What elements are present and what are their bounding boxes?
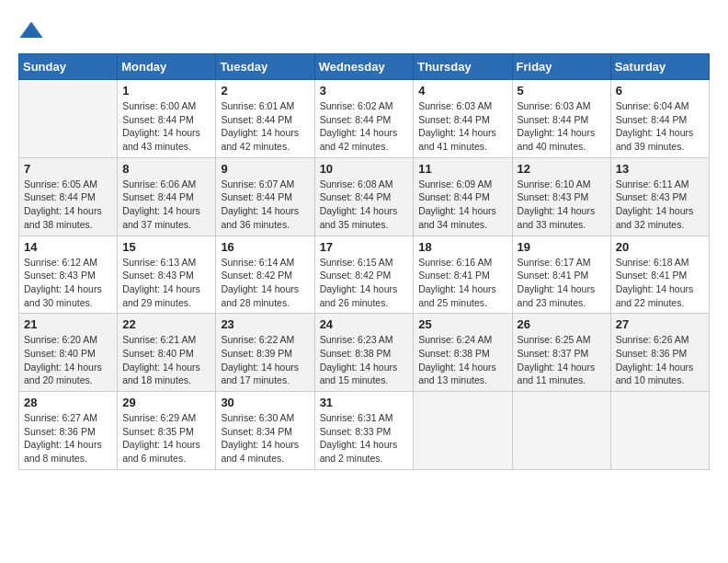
day-header-monday: Monday	[118, 54, 216, 80]
calendar-cell: 5Sunrise: 6:03 AM Sunset: 8:44 PM Daylig…	[512, 80, 610, 158]
calendar-cell: 16Sunrise: 6:14 AM Sunset: 8:42 PM Dayli…	[216, 236, 314, 314]
day-header-friday: Friday	[512, 54, 610, 80]
calendar-cell: 26Sunrise: 6:25 AM Sunset: 8:37 PM Dayli…	[512, 314, 610, 392]
calendar-cell: 1Sunrise: 6:00 AM Sunset: 8:44 PM Daylig…	[118, 80, 216, 158]
day-number: 27	[616, 317, 704, 331]
calendar-cell: 15Sunrise: 6:13 AM Sunset: 8:43 PM Dayli…	[118, 236, 216, 314]
day-number: 26	[518, 317, 606, 331]
day-number: 22	[122, 317, 210, 331]
calendar-table: SundayMondayTuesdayWednesdayThursdayFrid…	[18, 53, 710, 470]
calendar-cell: 17Sunrise: 6:15 AM Sunset: 8:42 PM Dayli…	[314, 236, 414, 314]
day-info: Sunrise: 6:16 AM Sunset: 8:41 PM Dayligh…	[418, 256, 506, 310]
calendar-cell	[610, 392, 709, 470]
calendar-cell: 28Sunrise: 6:27 AM Sunset: 8:36 PM Dayli…	[19, 392, 118, 470]
calendar-cell: 12Sunrise: 6:10 AM Sunset: 8:43 PM Dayli…	[512, 157, 610, 236]
day-number: 12	[518, 162, 606, 176]
day-number: 15	[122, 240, 210, 254]
calendar-cell	[19, 80, 118, 158]
calendar-cell	[512, 392, 610, 470]
day-info: Sunrise: 6:02 AM Sunset: 8:44 PM Dayligh…	[320, 99, 409, 154]
day-number: 14	[24, 240, 112, 254]
calendar-cell: 13Sunrise: 6:11 AM Sunset: 8:43 PM Dayli…	[610, 157, 709, 236]
day-number: 30	[221, 396, 309, 409]
day-info: Sunrise: 6:07 AM Sunset: 8:44 PM Dayligh…	[221, 178, 309, 232]
day-number: 6	[616, 84, 704, 98]
day-info: Sunrise: 6:27 AM Sunset: 8:36 PM Dayligh…	[24, 411, 112, 465]
day-info: Sunrise: 6:14 AM Sunset: 8:42 PM Dayligh…	[221, 256, 309, 310]
calendar-cell: 27Sunrise: 6:26 AM Sunset: 8:36 PM Dayli…	[610, 314, 709, 392]
day-info: Sunrise: 6:18 AM Sunset: 8:41 PM Dayligh…	[616, 256, 704, 310]
day-info: Sunrise: 6:26 AM Sunset: 8:36 PM Dayligh…	[616, 333, 704, 387]
calendar-cell: 3Sunrise: 6:02 AM Sunset: 8:44 PM Daylig…	[314, 80, 414, 158]
day-header-wednesday: Wednesday	[314, 54, 414, 80]
day-number: 21	[24, 317, 112, 331]
day-number: 20	[616, 240, 704, 254]
day-number: 25	[418, 317, 506, 331]
day-number: 9	[221, 162, 309, 176]
calendar-cell: 2Sunrise: 6:01 AM Sunset: 8:44 PM Daylig…	[216, 80, 314, 158]
day-number: 5	[518, 84, 606, 98]
calendar-cell: 20Sunrise: 6:18 AM Sunset: 8:41 PM Dayli…	[610, 236, 709, 314]
calendar-cell: 10Sunrise: 6:08 AM Sunset: 8:44 PM Dayli…	[314, 157, 414, 236]
day-info: Sunrise: 6:22 AM Sunset: 8:39 PM Dayligh…	[221, 333, 309, 387]
calendar-header	[18, 18, 710, 44]
day-number: 2	[221, 84, 309, 98]
day-info: Sunrise: 6:00 AM Sunset: 8:44 PM Dayligh…	[122, 99, 210, 154]
day-number: 4	[418, 84, 506, 98]
day-number: 3	[320, 84, 409, 98]
day-number: 31	[320, 396, 409, 409]
calendar-cell: 21Sunrise: 6:20 AM Sunset: 8:40 PM Dayli…	[19, 314, 118, 392]
day-info: Sunrise: 6:20 AM Sunset: 8:40 PM Dayligh…	[24, 333, 112, 387]
calendar-cell: 23Sunrise: 6:22 AM Sunset: 8:39 PM Dayli…	[216, 314, 314, 392]
day-number: 19	[518, 240, 606, 254]
day-info: Sunrise: 6:31 AM Sunset: 8:33 PM Dayligh…	[320, 411, 409, 465]
calendar-cell: 4Sunrise: 6:03 AM Sunset: 8:44 PM Daylig…	[414, 80, 512, 158]
logo-icon	[18, 18, 44, 44]
day-number: 7	[24, 162, 112, 176]
day-info: Sunrise: 6:15 AM Sunset: 8:42 PM Dayligh…	[320, 256, 409, 310]
calendar-cell: 24Sunrise: 6:23 AM Sunset: 8:38 PM Dayli…	[314, 314, 414, 392]
calendar-cell: 25Sunrise: 6:24 AM Sunset: 8:38 PM Dayli…	[414, 314, 512, 392]
calendar-cell: 19Sunrise: 6:17 AM Sunset: 8:41 PM Dayli…	[512, 236, 610, 314]
day-header-saturday: Saturday	[610, 54, 709, 80]
day-info: Sunrise: 6:04 AM Sunset: 8:44 PM Dayligh…	[616, 99, 704, 154]
calendar-cell: 6Sunrise: 6:04 AM Sunset: 8:44 PM Daylig…	[610, 80, 709, 158]
day-number: 11	[418, 162, 506, 176]
day-info: Sunrise: 6:24 AM Sunset: 8:38 PM Dayligh…	[418, 333, 506, 387]
day-info: Sunrise: 6:01 AM Sunset: 8:44 PM Dayligh…	[221, 99, 309, 154]
day-header-tuesday: Tuesday	[216, 54, 314, 80]
calendar-cell: 30Sunrise: 6:30 AM Sunset: 8:34 PM Dayli…	[216, 392, 314, 470]
calendar-cell: 22Sunrise: 6:21 AM Sunset: 8:40 PM Dayli…	[118, 314, 216, 392]
calendar-cell: 18Sunrise: 6:16 AM Sunset: 8:41 PM Dayli…	[414, 236, 512, 314]
day-number: 16	[221, 240, 309, 254]
calendar-cell: 7Sunrise: 6:05 AM Sunset: 8:44 PM Daylig…	[19, 157, 118, 236]
day-number: 23	[221, 317, 309, 331]
day-info: Sunrise: 6:05 AM Sunset: 8:44 PM Dayligh…	[24, 178, 112, 232]
day-number: 8	[122, 162, 210, 176]
day-header-thursday: Thursday	[414, 54, 512, 80]
logo	[18, 18, 48, 44]
calendar-cell: 29Sunrise: 6:29 AM Sunset: 8:35 PM Dayli…	[118, 392, 216, 470]
day-number: 24	[320, 317, 409, 331]
day-info: Sunrise: 6:12 AM Sunset: 8:43 PM Dayligh…	[24, 256, 112, 310]
day-info: Sunrise: 6:13 AM Sunset: 8:43 PM Dayligh…	[122, 256, 210, 310]
day-number: 18	[418, 240, 506, 254]
day-info: Sunrise: 6:29 AM Sunset: 8:35 PM Dayligh…	[122, 411, 210, 465]
day-number: 1	[122, 84, 210, 98]
calendar-header-row: SundayMondayTuesdayWednesdayThursdayFrid…	[19, 54, 710, 80]
day-info: Sunrise: 6:09 AM Sunset: 8:44 PM Dayligh…	[418, 178, 506, 232]
day-info: Sunrise: 6:17 AM Sunset: 8:41 PM Dayligh…	[518, 256, 606, 310]
day-number: 13	[616, 162, 704, 176]
day-number: 10	[320, 162, 409, 176]
calendar-cell: 14Sunrise: 6:12 AM Sunset: 8:43 PM Dayli…	[19, 236, 118, 314]
day-info: Sunrise: 6:03 AM Sunset: 8:44 PM Dayligh…	[518, 99, 606, 154]
day-info: Sunrise: 6:30 AM Sunset: 8:34 PM Dayligh…	[221, 411, 309, 465]
day-info: Sunrise: 6:10 AM Sunset: 8:43 PM Dayligh…	[518, 178, 606, 232]
day-number: 28	[24, 396, 112, 409]
day-info: Sunrise: 6:03 AM Sunset: 8:44 PM Dayligh…	[418, 99, 506, 154]
calendar-cell	[414, 392, 512, 470]
calendar-cell: 31Sunrise: 6:31 AM Sunset: 8:33 PM Dayli…	[314, 392, 414, 470]
day-header-sunday: Sunday	[19, 54, 118, 80]
calendar-cell: 9Sunrise: 6:07 AM Sunset: 8:44 PM Daylig…	[216, 157, 314, 236]
day-info: Sunrise: 6:08 AM Sunset: 8:44 PM Dayligh…	[320, 178, 409, 232]
